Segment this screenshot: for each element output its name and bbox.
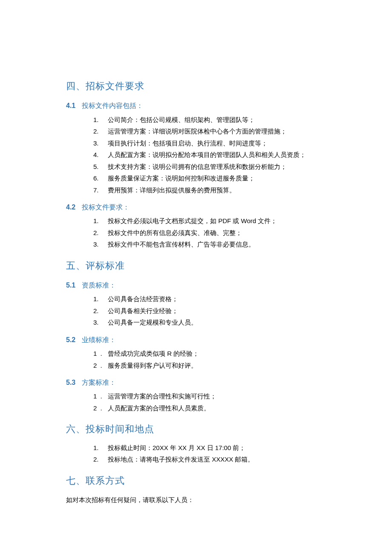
list-item: 2 .人员配置方案的合理性和人员素质。: [93, 403, 326, 414]
list-marker: 2.: [93, 227, 108, 238]
list-text: 公司具备相关行业经验；: [108, 305, 178, 317]
list-marker: 5.: [93, 161, 108, 172]
list-text: 投标文件中不能包含宣传材料、广告等非必要信息。: [108, 239, 255, 250]
list-marker: 1 .: [93, 391, 108, 402]
list-item: 4.人员配置方案：说明拟分配给本项目的管理团队人员和相关人员资质；: [93, 149, 326, 160]
list-text: 项目执行计划：包括项目启动、执行流程、时间进度等；: [108, 138, 268, 149]
list-text: 公司具备一定规模和专业人员。: [108, 317, 197, 328]
list-text: 公司具备合法经营资格；: [108, 293, 178, 305]
section-4-2-heading: 4.2 投标文件要求：: [66, 201, 326, 213]
list-marker: 2.: [93, 126, 108, 137]
list-item: 1 .运营管理方案的合理性和实施可行性；: [93, 391, 326, 402]
list-item: 3.项目执行计划：包括项目启动、执行流程、时间进度等；: [93, 138, 326, 149]
list-marker: 3.: [93, 317, 108, 328]
list-marker: 4.: [93, 149, 108, 160]
section-5-3-label: 方案标准：: [82, 379, 116, 386]
section-5-3-num: 5.3: [66, 379, 75, 386]
list-text: 投标地点：请将电子投标文件发送至 XXXXX 邮箱。: [108, 454, 254, 465]
section-4-2-label: 投标文件要求：: [82, 203, 130, 211]
section-5-3-heading: 5.3 方案标准：: [66, 377, 326, 388]
section-5-3-list: 1 .运营管理方案的合理性和实施可行性； 2 .人员配置方案的合理性和人员素质。: [66, 391, 326, 413]
list-marker: 1.: [93, 442, 108, 453]
list-item: 3.公司具备一定规模和专业人员。: [93, 317, 326, 328]
section-5-1-heading: 5.1 资质标准：: [66, 279, 326, 291]
list-marker: 1.: [93, 114, 108, 125]
list-text: 费用预算：详细列出拟提供服务的费用预算。: [108, 185, 236, 196]
list-marker: 6.: [93, 173, 108, 184]
section-5-2-label: 业绩标准：: [82, 336, 116, 343]
list-item: 7.费用预算：详细列出拟提供服务的费用预算。: [93, 185, 326, 196]
list-marker: 7.: [93, 185, 108, 196]
list-item: 2.运营管理方案：详细说明对医院体检中心各个方面的管理措施；: [93, 126, 326, 137]
section-5-2-list: 1 .曾经成功完成类似项 R 的经验； 2 .服务质量得到客户认可和好评。: [66, 348, 326, 371]
section-5-2-heading: 5.2 业绩标准：: [66, 334, 326, 346]
list-marker: 1 .: [93, 348, 108, 359]
list-item: 2.公司具备相关行业经验；: [93, 305, 326, 317]
section-7-paragraph: 如对本次招标有任何疑问，请联系以下人员：: [66, 494, 326, 506]
list-text: 运营管理方案的合理性和实施可行性；: [108, 391, 216, 402]
list-item: 2.投标文件中的所有信息必须真实、准确、完整；: [93, 227, 326, 238]
section-4-1-heading: 4.1 投标文件内容包括：: [66, 100, 326, 111]
list-marker: 2 .: [93, 360, 108, 371]
list-text: 曾经成功完成类似项 R 的经验；: [108, 348, 199, 359]
section-5-1-label: 资质标准：: [82, 282, 116, 289]
list-item: 1.公司简介：包括公司规模、组织架构、管理团队等；: [93, 114, 326, 125]
list-marker: 3.: [93, 138, 108, 149]
list-item: 5.技术支持方案：说明公司拥有的信息管理系统和数据分析能力；: [93, 161, 326, 172]
section-4-title: 四、招标文件要求: [66, 78, 326, 94]
list-marker: 2.: [93, 454, 108, 465]
list-text: 人员配置方案：说明拟分配给本项目的管理团队人员和相关人员资质；: [108, 149, 306, 160]
section-4-1-num: 4.1: [66, 102, 75, 109]
list-item: 2.投标地点：请将电子投标文件发送至 XXXXX 邮箱。: [93, 454, 326, 465]
section-5-title: 五、评标标准: [66, 258, 326, 273]
section-4-2-num: 4.2: [66, 203, 75, 211]
section-5-1-num: 5.1: [66, 282, 75, 289]
list-marker: 2.: [93, 305, 108, 317]
list-item: 3.投标文件中不能包含宣传材料、广告等非必要信息。: [93, 239, 326, 250]
list-marker: 1.: [93, 293, 108, 305]
list-item: 1 .曾经成功完成类似项 R 的经验；: [93, 348, 326, 359]
list-text: 服务质量保证方案：说明如何控制和改进服务质量；: [108, 173, 255, 184]
section-7-title: 七、联系方式: [66, 473, 326, 488]
list-item: 2 .服务质量得到客户认可和好评。: [93, 360, 326, 371]
list-text: 投标截止时间：20XX 年 XX 月 XX 日 17:00 前；: [108, 442, 245, 453]
list-text: 服务质量得到客户认可和好评。: [108, 360, 197, 371]
list-item: 1.投标截止时间：20XX 年 XX 月 XX 日 17:00 前；: [93, 442, 326, 453]
section-6-title: 六、投标时间和地点: [66, 421, 326, 437]
list-text: 公司简介：包括公司规模、组织架构、管理团队等；: [108, 114, 255, 125]
list-text: 技术支持方案：说明公司拥有的信息管理系统和数据分析能力；: [108, 161, 287, 172]
section-6-list: 1.投标截止时间：20XX 年 XX 月 XX 日 17:00 前； 2.投标地…: [66, 442, 326, 465]
list-text: 运营管理方案：详细说明对医院体检中心各个方面的管理措施；: [108, 126, 287, 137]
list-text: 投标文件必须以电子文档形式提交，如 PDF 或 Word 文件；: [108, 215, 277, 227]
list-item: 6.服务质量保证方案：说明如何控制和改进服务质量；: [93, 173, 326, 184]
section-4-1-list: 1.公司简介：包括公司规模、组织架构、管理团队等； 2.运营管理方案：详细说明对…: [66, 114, 326, 196]
list-text: 人员配置方案的合理性和人员素质。: [108, 403, 210, 414]
list-marker: 3.: [93, 239, 108, 250]
section-5-1-list: 1.公司具备合法经营资格； 2.公司具备相关行业经验； 3.公司具备一定规模和专…: [66, 293, 326, 328]
list-text: 投标文件中的所有信息必须真实、准确、完整；: [108, 227, 242, 238]
section-5-2-num: 5.2: [66, 336, 75, 343]
list-item: 1.投标文件必须以电子文档形式提交，如 PDF 或 Word 文件；: [93, 215, 326, 227]
list-marker: 1.: [93, 215, 108, 227]
list-marker: 2 .: [93, 403, 108, 414]
section-4-2-list: 1.投标文件必须以电子文档形式提交，如 PDF 或 Word 文件； 2.投标文…: [66, 215, 326, 250]
section-4-1-label: 投标文件内容包括：: [82, 102, 143, 109]
list-item: 1.公司具备合法经营资格；: [93, 293, 326, 305]
